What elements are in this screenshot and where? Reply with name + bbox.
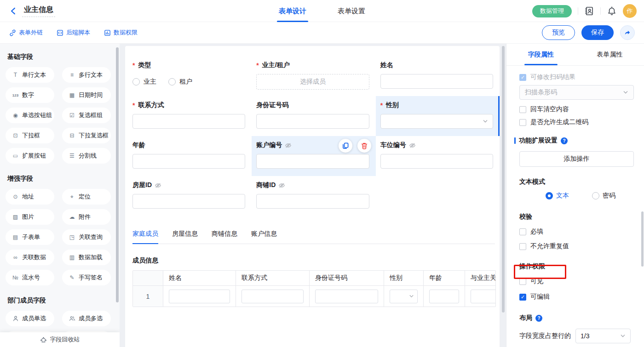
member-picker[interactable]: 选择成员 xyxy=(256,74,369,90)
clear-on-enter-row[interactable]: 回车清空内容 xyxy=(519,105,634,114)
editable-label: 可编辑 xyxy=(530,293,550,301)
subtable-contact-input[interactable] xyxy=(242,290,304,303)
subtable-id-number-input[interactable] xyxy=(315,290,378,303)
tab-shop-info[interactable]: 商铺信息 xyxy=(212,230,237,244)
field-item-label: 关联查询 xyxy=(79,233,103,241)
dropdown-icon: ⊡ xyxy=(12,132,19,139)
allow-qrcode-row[interactable]: 是否允许生成二维码 xyxy=(519,118,634,126)
field-label-house-id: 房屋ID xyxy=(132,181,245,190)
notification-bell-icon[interactable] xyxy=(607,6,617,16)
canvas-scrollbar[interactable] xyxy=(502,46,505,313)
field-item-related-query[interactable]: ◳关联查询 xyxy=(62,229,111,245)
user-avatar[interactable]: 作 xyxy=(623,4,637,18)
back-icon[interactable] xyxy=(9,7,17,15)
house-id-input[interactable] xyxy=(132,194,245,209)
field-item-location[interactable]: ⌖定位 xyxy=(62,189,111,205)
field-item-subform[interactable]: ▤子表单 xyxy=(6,229,54,245)
field-gender[interactable]: 性别 xyxy=(376,96,500,136)
panel-scrollbar[interactable] xyxy=(641,211,644,267)
sidebar-scrollbar[interactable] xyxy=(116,47,119,302)
editable-row[interactable]: ✓ 可编辑 xyxy=(519,293,634,301)
subtable-relation-input[interactable] xyxy=(471,290,496,303)
field-id-number[interactable]: 身份证号码 xyxy=(252,96,375,136)
field-recycle-bin[interactable]: 字段回收站 xyxy=(0,332,120,347)
field-age[interactable]: 年龄 xyxy=(128,136,252,176)
duplicate-field-button[interactable] xyxy=(339,139,352,153)
help-icon[interactable]: ? xyxy=(561,137,568,144)
tab-family-members[interactable]: 家庭成员 xyxy=(132,230,158,244)
radio-option-password[interactable]: 密码 xyxy=(592,192,615,200)
field-account-no[interactable]: 账户编号 xyxy=(252,136,375,176)
field-item-dropdown[interactable]: ⊡下拉框 xyxy=(6,128,54,143)
field-house-id[interactable]: 房屋ID xyxy=(128,176,252,216)
field-name[interactable]: 姓名 xyxy=(376,56,500,96)
page-title[interactable]: 业主信息 xyxy=(22,5,55,17)
field-item-address[interactable]: ⊙地址 xyxy=(6,189,54,205)
field-item-image[interactable]: ▨图片 xyxy=(6,209,54,225)
share-button[interactable] xyxy=(620,25,635,40)
subtable-name-input[interactable] xyxy=(169,290,230,303)
shop-id-input[interactable] xyxy=(256,194,369,209)
form-external-link[interactable]: 表单外链 xyxy=(9,28,43,37)
field-item-data-load[interactable]: ▥数据加载 xyxy=(62,250,111,265)
section-title-enhanced-fields: 增强字段 xyxy=(7,175,113,183)
field-item-multi-line-text[interactable]: ≡多行文本 xyxy=(62,67,111,83)
field-label-text: 房屋ID xyxy=(132,181,152,189)
subtable-gender-select[interactable] xyxy=(390,290,418,303)
gender-select[interactable] xyxy=(380,114,493,129)
data-permission-link[interactable]: 数据权限 xyxy=(104,28,138,37)
field-item-checkbox-group[interactable]: ☑复选框组 xyxy=(62,108,111,123)
scan-mode-select[interactable]: 扫描条形码 xyxy=(519,85,634,100)
radio-option-text[interactable]: 文本 xyxy=(546,192,569,200)
preview-button[interactable]: 预览 xyxy=(542,25,575,40)
add-action-button[interactable]: 添加操作 xyxy=(519,151,634,167)
radio-option-owner[interactable]: 业主 xyxy=(132,78,156,86)
radio-option-tenant[interactable]: 租户 xyxy=(168,78,192,86)
field-item-radio-group[interactable]: ◉单选按钮组 xyxy=(6,108,54,123)
field-shop-id[interactable]: 商铺ID xyxy=(252,176,375,216)
field-width-select[interactable]: 1/3 xyxy=(575,329,631,343)
extension-settings-header: 功能扩展设置 ? xyxy=(519,137,634,145)
field-item-related-data[interactable]: ∞关联数据 xyxy=(6,250,54,265)
visible-row[interactable]: 可见 xyxy=(519,277,634,285)
tab-form-settings[interactable]: 表单设置 xyxy=(338,0,365,22)
tab-account-info[interactable]: 账户信息 xyxy=(251,230,277,244)
age-input[interactable] xyxy=(132,154,245,169)
field-item-divider[interactable]: ☰分割线 xyxy=(62,148,111,164)
field-contact[interactable]: 联系方式 xyxy=(128,96,252,136)
contact-input[interactable] xyxy=(132,114,245,129)
field-item-signature[interactable]: ✎手写签名 xyxy=(62,270,111,285)
field-owner-tenant[interactable]: 业主/租户 选择成员 xyxy=(252,56,375,96)
scan-result-editable-row[interactable]: ✓ 可修改扫码结果 xyxy=(519,73,634,81)
subtable-age-input[interactable] xyxy=(429,290,459,303)
field-parking-no[interactable]: 车位编号 xyxy=(376,136,500,176)
backend-script-link[interactable]: 后端脚本 xyxy=(57,28,90,37)
data-manage-button[interactable]: 数据管理 xyxy=(532,5,572,17)
tab-field-properties[interactable]: 字段属性 xyxy=(506,44,575,65)
visible-label: 可见 xyxy=(530,277,543,285)
field-type[interactable]: 类型 业主 租户 xyxy=(128,56,252,96)
required-row[interactable]: 必填 xyxy=(519,228,634,236)
field-item-single-line-text[interactable]: T单行文本 xyxy=(6,67,54,83)
account-no-input[interactable] xyxy=(256,154,369,169)
properties-tabs: 字段属性 表单属性 xyxy=(506,44,644,66)
field-item-serial-number[interactable]: №流水号 xyxy=(6,270,54,285)
delete-field-button[interactable] xyxy=(357,139,371,153)
address-book-icon[interactable] xyxy=(584,6,594,16)
help-icon[interactable]: ? xyxy=(535,315,542,322)
field-item-attachment[interactable]: ☁附件 xyxy=(62,209,111,225)
save-button[interactable]: 保存 xyxy=(581,25,614,40)
field-item-member-multi[interactable]: 成员多选 xyxy=(62,311,111,326)
field-item-extend-button[interactable]: ▭扩展按钮 xyxy=(6,148,54,164)
field-item-member-single[interactable]: 成员单选 xyxy=(6,311,54,326)
name-input[interactable] xyxy=(380,74,493,89)
no-duplicate-row[interactable]: 不允许重复值 xyxy=(519,242,634,250)
field-item-multi-dropdown[interactable]: ⊟下拉复选框 xyxy=(62,128,111,143)
tab-house-info[interactable]: 房屋信息 xyxy=(172,230,198,244)
field-item-datetime[interactable]: ▦日期时间 xyxy=(62,87,111,103)
id-number-input[interactable] xyxy=(256,114,369,129)
tab-form-properties[interactable]: 表单属性 xyxy=(575,44,644,65)
parking-no-input[interactable] xyxy=(380,154,493,169)
field-item-number[interactable]: 123数字 xyxy=(6,87,54,103)
tab-form-design[interactable]: 表单设计 xyxy=(279,0,306,22)
